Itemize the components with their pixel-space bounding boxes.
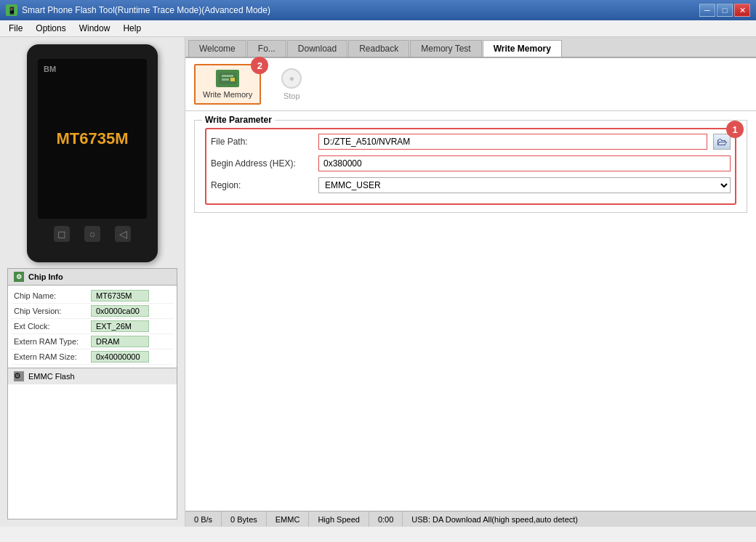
- menu-help[interactable]: Help: [117, 22, 147, 35]
- phone-brand: BM: [44, 65, 56, 73]
- chip-info-title: Chip Info: [28, 272, 63, 281]
- main-layout: BM MT6735M ◻ ○ ◁ ⚙ Chip Info Chip Name: …: [0, 37, 756, 527]
- file-path-input[interactable]: [318, 134, 707, 150]
- status-transfer-rate: 0 B/s: [191, 511, 222, 527]
- chip-version-label: Chip Version:: [11, 307, 91, 315]
- param-highlight-box: File Path: 🗁 Begin Address (HEX): Region…: [205, 128, 736, 205]
- region-label: Region:: [211, 180, 313, 190]
- chip-name-value: MT6735M: [91, 290, 149, 302]
- chip-row-name: Chip Name: MT6735M: [11, 288, 174, 304]
- status-time: 0:00: [369, 511, 403, 527]
- write-memory-button[interactable]: Write Memory: [194, 64, 261, 105]
- app-icon: 📱: [6, 4, 17, 16]
- badge-1: 1: [726, 121, 744, 138]
- svg-rect-1: [222, 75, 233, 77]
- begin-address-label: Begin Address (HEX):: [211, 158, 313, 169]
- phone-screen: BM MT6735M: [38, 59, 147, 219]
- emmc-flash-row: ⚙ EMMC Flash: [8, 368, 177, 384]
- chip-row-version: Chip Version: 0x0000ca00: [11, 304, 174, 319]
- tab-write-memory[interactable]: Write Memory: [483, 40, 562, 57]
- status-flash-type: EMMC: [267, 511, 310, 527]
- chip-row-clock: Ext Clock: EXT_26M: [11, 319, 174, 334]
- phone-btn-menu: ◻: [54, 226, 70, 242]
- file-path-row: File Path: 🗁: [211, 134, 731, 150]
- tab-readback[interactable]: Readback: [348, 40, 409, 57]
- svg-rect-2: [222, 78, 229, 81]
- phone-btn-home: ○: [84, 226, 100, 242]
- menu-options[interactable]: Options: [30, 22, 71, 35]
- write-memory-label: Write Memory: [203, 90, 252, 99]
- file-path-label: File Path:: [211, 137, 313, 147]
- chip-clock-value: EXT_26M: [91, 320, 149, 332]
- tabs-bar: Welcome Fo... Download Readback Memory T…: [185, 37, 756, 58]
- emmc-icon: ⚙: [14, 371, 24, 381]
- title-bar: 📱 Smart Phone Flash Tool(Runtime Trace M…: [0, 0, 756, 20]
- menu-window[interactable]: Window: [73, 22, 116, 35]
- badge-2: 2: [251, 57, 268, 74]
- tab-download[interactable]: Download: [287, 40, 347, 57]
- chip-row-ram-size: Extern RAM Size: 0x40000000: [11, 349, 174, 365]
- svg-rect-3: [230, 78, 235, 81]
- chip-clock-label: Ext Clock:: [11, 322, 91, 331]
- chip-info-content: Chip Name: MT6735M Chip Version: 0x0000c…: [8, 286, 177, 368]
- right-panel: Welcome Fo... Download Readback Memory T…: [185, 37, 756, 527]
- status-bytes: 0 Bytes: [222, 511, 267, 527]
- minimize-button[interactable]: ─: [699, 4, 715, 17]
- chip-ram-type-label: Extern RAM Type:: [11, 337, 91, 346]
- stop-label: Stop: [284, 92, 300, 100]
- menu-bar: File Options Window Help: [0, 20, 756, 37]
- phone-buttons: ◻ ○ ◁: [54, 226, 131, 242]
- emmc-flash-label: EMMC Flash: [28, 372, 75, 381]
- window-title: Smart Phone Flash Tool(Runtime Trace Mod…: [22, 5, 270, 15]
- close-button[interactable]: ✕: [734, 4, 750, 17]
- content-area: Write Parameter File Path: 🗁 Begin Addre…: [185, 111, 756, 511]
- phone-mockup: BM MT6735M ◻ ○ ◁: [27, 44, 158, 262]
- window-controls: ─ □ ✕: [699, 4, 750, 17]
- toolbar: Write Memory 2 ● Stop: [185, 58, 756, 111]
- write-parameter-group: Write Parameter File Path: 🗁 Begin Addre…: [194, 120, 747, 213]
- status-message: USB: DA Download All(high speed,auto det…: [403, 511, 750, 527]
- stop-button: ● Stop: [270, 64, 313, 105]
- chip-ram-size-label: Extern RAM Size:: [11, 352, 91, 361]
- begin-address-input[interactable]: [318, 155, 731, 171]
- tab-welcome[interactable]: Welcome: [188, 40, 246, 57]
- browse-button[interactable]: 🗁: [713, 134, 731, 150]
- chip-ram-size-value: 0x40000000: [91, 351, 149, 363]
- write-param-legend: Write Parameter: [202, 115, 275, 125]
- chip-icon: ⚙: [14, 272, 24, 282]
- write-memory-icon: [216, 70, 239, 87]
- tab-memory-test[interactable]: Memory Test: [410, 40, 481, 57]
- chip-name-label: Chip Name:: [11, 291, 91, 300]
- restore-button[interactable]: □: [717, 4, 733, 17]
- tab-format[interactable]: Fo...: [247, 40, 286, 57]
- region-row: Region: EMMC_USER EMMC_BOOT_1 EMMC_BOOT_…: [211, 177, 731, 193]
- chip-info-header: ⚙ Chip Info: [8, 269, 177, 286]
- chip-ram-type-value: DRAM: [91, 336, 149, 347]
- left-panel: BM MT6735M ◻ ○ ◁ ⚙ Chip Info Chip Name: …: [0, 37, 185, 527]
- begin-address-row: Begin Address (HEX):: [211, 155, 731, 171]
- chip-row-ram-type: Extern RAM Type: DRAM: [11, 334, 174, 349]
- status-speed: High Speed: [309, 511, 369, 527]
- chip-version-value: 0x0000ca00: [91, 305, 149, 317]
- phone-model: MT6735M: [56, 129, 128, 148]
- phone-btn-back: ◁: [115, 226, 131, 242]
- chip-info-panel: ⚙ Chip Info Chip Name: MT6735M Chip Vers…: [7, 268, 177, 519]
- stop-icon: ●: [281, 68, 302, 89]
- status-bar: 0 B/s 0 Bytes EMMC High Speed 0:00 USB: …: [185, 511, 756, 527]
- menu-file[interactable]: File: [3, 22, 28, 35]
- region-select[interactable]: EMMC_USER EMMC_BOOT_1 EMMC_BOOT_2: [318, 177, 731, 193]
